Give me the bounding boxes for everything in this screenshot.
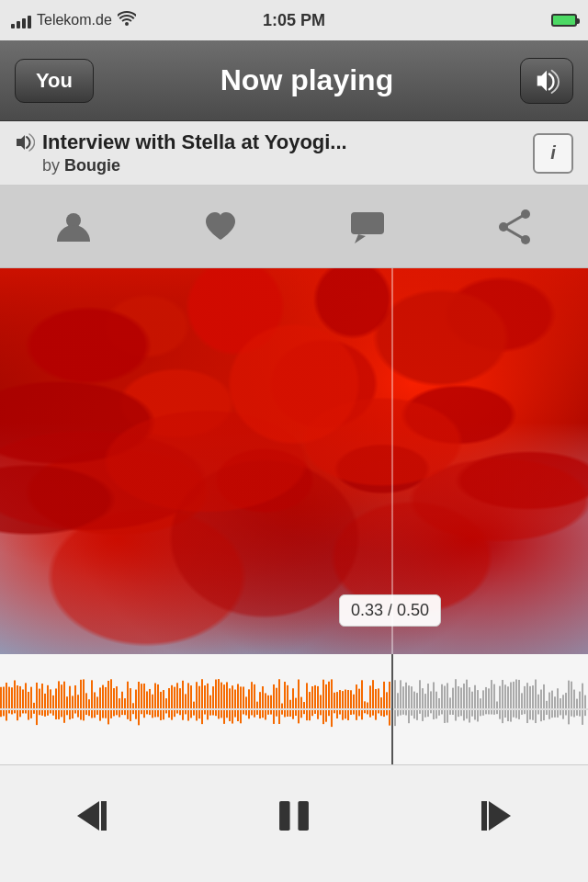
wifi-icon — [118, 11, 136, 29]
status-left: Telekom.de — [11, 11, 136, 29]
svg-marker-1 — [17, 135, 25, 150]
status-right — [551, 14, 577, 27]
author-name: Bougie — [64, 156, 120, 175]
time-display: 0.33 / 0.50 — [351, 601, 429, 619]
leaf-detail-overlay — [0, 268, 588, 654]
volume-button[interactable] — [520, 58, 573, 104]
svg-rect-12 — [279, 801, 290, 831]
nav-bar: You Now playing — [0, 40, 588, 121]
track-info-left: Interview with Stella at Yoyogi... by Bo… — [15, 130, 533, 175]
svg-rect-15 — [481, 801, 487, 831]
svg-line-8 — [503, 214, 526, 227]
action-bar — [0, 186, 588, 268]
track-title: Interview with Stella at Yoyogi... — [42, 130, 533, 154]
svg-rect-3 — [351, 212, 384, 234]
svg-marker-4 — [355, 234, 366, 243]
svg-marker-14 — [489, 801, 511, 831]
signal-bar-1 — [11, 24, 15, 28]
battery-icon — [551, 14, 577, 27]
now-playing-speaker-icon — [15, 132, 35, 157]
album-art: 0.33 / 0.50 — [0, 268, 588, 654]
info-button[interactable]: i — [533, 133, 573, 174]
fast-forward-button[interactable] — [465, 792, 513, 840]
comment-action-button[interactable] — [347, 207, 388, 247]
signal-bar-2 — [17, 21, 20, 28]
status-bar: Telekom.de 1:05 PM — [0, 0, 588, 40]
signal-bars — [11, 12, 31, 28]
time-tooltip: 0.33 / 0.50 — [339, 594, 441, 627]
track-details: Interview with Stella at Yoyogi... by Bo… — [42, 130, 533, 175]
status-time: 1:05 PM — [263, 11, 325, 30]
svg-marker-0 — [537, 70, 547, 90]
like-action-button[interactable] — [200, 207, 241, 247]
track-author: by Bougie — [42, 156, 533, 175]
svg-rect-13 — [298, 801, 309, 831]
share-action-button[interactable] — [494, 207, 535, 247]
rewind-button[interactable] — [75, 792, 123, 840]
playhead-line — [391, 268, 393, 654]
waveform-area[interactable] — [0, 654, 588, 764]
svg-marker-10 — [77, 801, 99, 831]
track-info: Interview with Stella at Yoyogi... by Bo… — [0, 121, 588, 186]
controls-bar — [0, 764, 588, 865]
profile-action-button[interactable] — [53, 207, 94, 247]
you-button[interactable]: You — [15, 59, 94, 103]
signal-bar-4 — [28, 16, 31, 28]
carrier-label: Telekom.de — [37, 12, 112, 28]
svg-line-9 — [503, 227, 526, 240]
author-prefix: by — [42, 156, 60, 175]
pause-button[interactable] — [273, 795, 315, 837]
waveform-canvas[interactable] — [0, 654, 588, 764]
signal-bar-3 — [22, 18, 26, 28]
svg-rect-11 — [101, 801, 107, 831]
nav-title: Now playing — [94, 63, 520, 97]
